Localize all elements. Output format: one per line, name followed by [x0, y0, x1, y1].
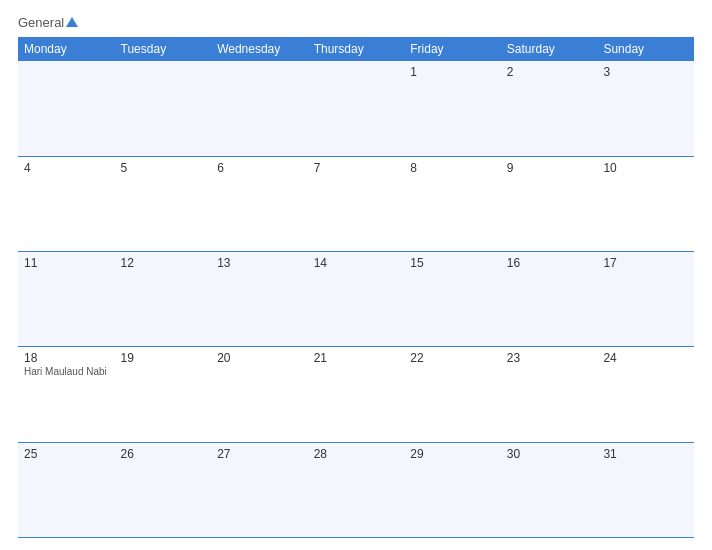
day-number: 3 [603, 65, 688, 79]
calendar-cell: 13 [211, 252, 308, 347]
day-number: 13 [217, 256, 302, 270]
day-number: 9 [507, 161, 592, 175]
day-number: 16 [507, 256, 592, 270]
weekday-header-sunday: Sunday [597, 37, 694, 61]
week-row-2: 45678910 [18, 156, 694, 251]
calendar-cell: 12 [115, 252, 212, 347]
calendar-table: MondayTuesdayWednesdayThursdayFridaySatu… [18, 37, 694, 538]
calendar-wrap: MondayTuesdayWednesdayThursdayFridaySatu… [18, 37, 694, 538]
day-number: 15 [410, 256, 495, 270]
day-number: 26 [121, 447, 206, 461]
day-number: 29 [410, 447, 495, 461]
day-number: 10 [603, 161, 688, 175]
calendar-cell [115, 61, 212, 156]
calendar-cell: 6 [211, 156, 308, 251]
calendar-cell: 16 [501, 252, 598, 347]
day-number: 27 [217, 447, 302, 461]
day-number: 1 [410, 65, 495, 79]
calendar-cell: 17 [597, 252, 694, 347]
week-row-1: 123 [18, 61, 694, 156]
calendar-cell: 8 [404, 156, 501, 251]
calendar-cell: 23 [501, 347, 598, 442]
calendar-cell [18, 61, 115, 156]
weekday-header-wednesday: Wednesday [211, 37, 308, 61]
calendar-cell: 25 [18, 442, 115, 537]
week-row-3: 11121314151617 [18, 252, 694, 347]
calendar-cell [211, 61, 308, 156]
day-number: 22 [410, 351, 495, 365]
calendar-cell: 15 [404, 252, 501, 347]
calendar-cell: 1 [404, 61, 501, 156]
calendar-cell: 31 [597, 442, 694, 537]
calendar-cell: 11 [18, 252, 115, 347]
weekday-header-monday: Monday [18, 37, 115, 61]
day-number: 7 [314, 161, 399, 175]
calendar-cell: 18Hari Maulaud Nabi [18, 347, 115, 442]
logo-general-text: General [18, 16, 78, 29]
calendar-cell: 20 [211, 347, 308, 442]
day-number: 4 [24, 161, 109, 175]
calendar-cell: 19 [115, 347, 212, 442]
calendar-cell [308, 61, 405, 156]
day-number: 30 [507, 447, 592, 461]
day-number: 18 [24, 351, 109, 365]
week-row-4: 18Hari Maulaud Nabi192021222324 [18, 347, 694, 442]
calendar-cell: 14 [308, 252, 405, 347]
day-number: 8 [410, 161, 495, 175]
calendar-cell: 7 [308, 156, 405, 251]
day-number: 5 [121, 161, 206, 175]
day-number: 31 [603, 447, 688, 461]
day-number: 14 [314, 256, 399, 270]
calendar-cell: 2 [501, 61, 598, 156]
calendar-header: General [18, 16, 694, 29]
calendar-cell: 22 [404, 347, 501, 442]
day-number: 19 [121, 351, 206, 365]
day-number: 6 [217, 161, 302, 175]
day-number: 17 [603, 256, 688, 270]
calendar-cell: 21 [308, 347, 405, 442]
day-number: 23 [507, 351, 592, 365]
day-number: 11 [24, 256, 109, 270]
holiday-label: Hari Maulaud Nabi [24, 366, 109, 377]
calendar-cell: 4 [18, 156, 115, 251]
calendar-cell: 29 [404, 442, 501, 537]
day-number: 25 [24, 447, 109, 461]
logo: General [18, 16, 78, 29]
calendar-cell: 5 [115, 156, 212, 251]
day-number: 28 [314, 447, 399, 461]
calendar-cell: 24 [597, 347, 694, 442]
calendar-page: General MondayTuesdayWednesdayThursdayFr… [0, 0, 712, 550]
day-number: 20 [217, 351, 302, 365]
week-row-5: 25262728293031 [18, 442, 694, 537]
weekday-header-saturday: Saturday [501, 37, 598, 61]
day-number: 12 [121, 256, 206, 270]
weekday-header-thursday: Thursday [308, 37, 405, 61]
day-number: 2 [507, 65, 592, 79]
calendar-cell: 26 [115, 442, 212, 537]
calendar-cell: 27 [211, 442, 308, 537]
calendar-cell: 9 [501, 156, 598, 251]
weekday-header-row: MondayTuesdayWednesdayThursdayFridaySatu… [18, 37, 694, 61]
day-number: 21 [314, 351, 399, 365]
calendar-cell: 30 [501, 442, 598, 537]
weekday-header-tuesday: Tuesday [115, 37, 212, 61]
weekday-header-friday: Friday [404, 37, 501, 61]
calendar-cell: 10 [597, 156, 694, 251]
calendar-cell: 3 [597, 61, 694, 156]
day-number: 24 [603, 351, 688, 365]
calendar-cell: 28 [308, 442, 405, 537]
logo-triangle-icon [66, 17, 78, 27]
